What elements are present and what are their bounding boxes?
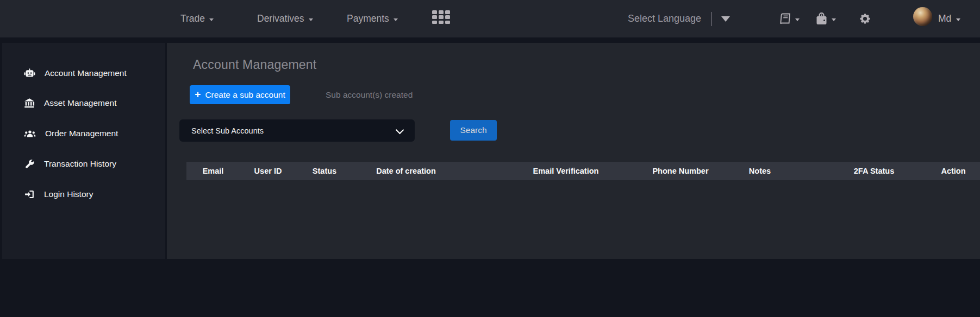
- column-header-status: Status: [313, 162, 336, 180]
- robot-icon: [24, 68, 35, 79]
- user-menu[interactable]: Md: [938, 0, 960, 37]
- orders-book-menu[interactable]: [779, 0, 800, 37]
- column-header-email: Email: [203, 162, 224, 180]
- sub-accounts-created-text: Sub account(s) created: [326, 90, 413, 100]
- sidebar-item-login-history[interactable]: Login History: [24, 187, 93, 202]
- apps-grid-icon[interactable]: [432, 10, 450, 24]
- sub-accounts-select-value: Select Sub Accounts: [191, 126, 264, 135]
- language-selector[interactable]: Select Language: [628, 0, 701, 37]
- gear-icon: [859, 12, 871, 25]
- wallet-icon: [815, 11, 828, 26]
- nav-menu-derivatives-label: Derivatives: [257, 13, 304, 24]
- user-menu-name: Md: [938, 13, 951, 24]
- chevron-down-icon: [396, 126, 404, 135]
- sidebar: Account Management Asset Management: [2, 43, 165, 259]
- chevron-down-icon: [209, 18, 214, 21]
- divider: [711, 12, 712, 26]
- sub-accounts-select[interactable]: Select Sub Accounts: [179, 119, 415, 142]
- chevron-down-icon: [394, 18, 398, 21]
- sidebar-item-label: Account Management: [45, 68, 127, 78]
- search-button[interactable]: Search: [450, 120, 497, 141]
- plus-icon: +: [195, 89, 201, 99]
- sidebar-item-label: Asset Management: [44, 98, 117, 108]
- nav-menu-payments[interactable]: Payments: [347, 0, 398, 37]
- column-header-email-verification: Email Verification: [533, 162, 599, 180]
- chevron-down-icon: [309, 18, 313, 21]
- nav-menu-trade-label: Trade: [180, 13, 205, 24]
- chevron-down-icon: [956, 18, 960, 21]
- wallet-menu[interactable]: [815, 0, 836, 37]
- top-navbar: Trade Derivatives Payments Select Langua…: [0, 0, 980, 37]
- chevron-down-icon: [795, 18, 800, 21]
- column-header-notes: Notes: [749, 162, 771, 180]
- sidebar-item-label: Order Management: [45, 129, 118, 138]
- sidebar-item-transaction-history[interactable]: Transaction History: [24, 156, 116, 172]
- column-header-user-id: User ID: [254, 162, 282, 180]
- column-header-date-of-creation: Date of creation: [376, 162, 436, 180]
- sidebar-item-label: Transaction History: [44, 159, 116, 169]
- sidebar-item-account-management[interactable]: Account Management: [24, 66, 127, 81]
- table-header-row: Email User ID Status Date of creation Em…: [186, 162, 980, 180]
- book-icon: [779, 12, 792, 26]
- main-content: Account Management + Create a sub accoun…: [167, 43, 980, 259]
- language-dropdown-icon[interactable]: [721, 16, 730, 22]
- column-header-action: Action: [941, 162, 965, 180]
- create-sub-account-button[interactable]: + Create a sub account: [190, 85, 290, 104]
- language-selector-label: Select Language: [628, 13, 701, 24]
- bank-icon: [24, 98, 35, 109]
- user-avatar[interactable]: [913, 7, 932, 26]
- sidebar-item-asset-management[interactable]: Asset Management: [24, 96, 117, 111]
- page-title: Account Management: [193, 58, 316, 72]
- sidebar-item-label: Login History: [44, 189, 93, 199]
- nav-menu-payments-label: Payments: [347, 13, 389, 24]
- settings-menu[interactable]: [859, 0, 871, 37]
- nav-menu-derivatives[interactable]: Derivatives: [257, 0, 313, 37]
- create-sub-account-label: Create a sub account: [205, 90, 285, 100]
- app-window: Trade Derivatives Payments Select Langua…: [0, 0, 980, 317]
- column-header-2fa-status: 2FA Status: [854, 162, 894, 180]
- sign-in-icon: [24, 189, 35, 200]
- sidebar-item-order-management[interactable]: Order Management: [24, 126, 118, 141]
- nav-menu-trade[interactable]: Trade: [180, 0, 214, 37]
- users-icon: [24, 129, 36, 139]
- wrench-icon: [24, 158, 35, 169]
- chevron-down-icon: [832, 18, 836, 21]
- column-header-phone-number: Phone Number: [652, 162, 708, 180]
